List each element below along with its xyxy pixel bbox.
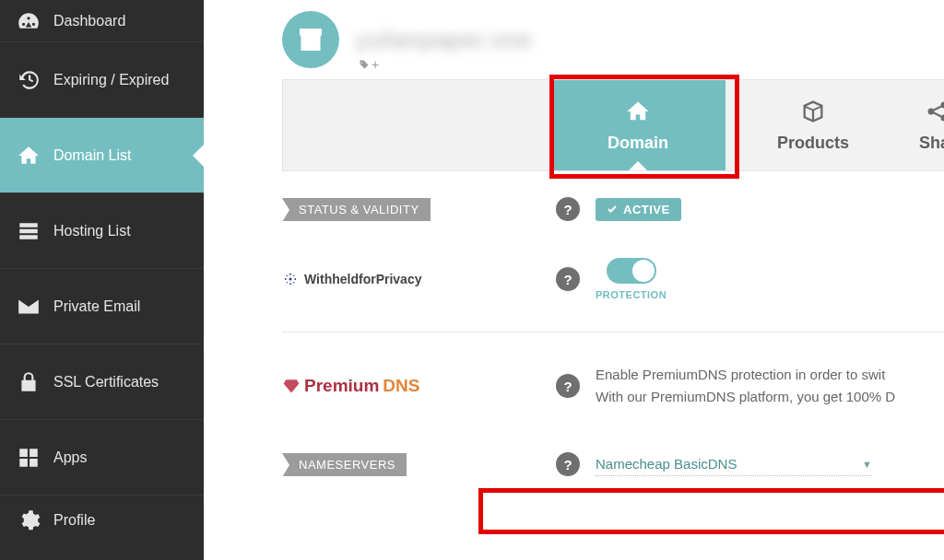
- svg-point-9: [293, 275, 295, 277]
- sidebar-item-label: Profile: [53, 512, 95, 529]
- sidebar-item-label: Private Email: [53, 298, 140, 315]
- box-icon: [800, 99, 826, 124]
- sidebar-item-expiring[interactable]: Expiring / Expired: [0, 42, 204, 118]
- tabs: Domain Products Shar: [282, 79, 944, 171]
- grid-icon: [17, 446, 41, 470]
- premiumdns-brand: PremiumDNS: [282, 376, 419, 396]
- domain-avatar: [282, 11, 339, 68]
- svg-point-11: [293, 282, 295, 284]
- privacy-brand: WithheldforPrivacy: [282, 271, 421, 287]
- svg-point-10: [287, 282, 289, 284]
- tab-label: Shar: [919, 134, 944, 153]
- tag-icon: [359, 59, 370, 70]
- lock-icon: [17, 370, 41, 394]
- sidebar-item-label: Hosting List: [53, 223, 131, 239]
- check-icon: [607, 204, 618, 215]
- main-content: yulianpaper.one + Domain Products Shar S…: [204, 0, 944, 560]
- svg-point-7: [294, 278, 296, 280]
- tab-products[interactable]: Products: [726, 80, 901, 170]
- sparkle-icon: [282, 271, 299, 287]
- envelope-icon: [17, 295, 41, 319]
- svg-point-5: [289, 283, 291, 285]
- gear-icon: [17, 508, 41, 532]
- help-button-nameservers[interactable]: ?: [556, 452, 580, 476]
- nameservers-row: NAMESERVERS ? Namecheap BasicDNS ▼: [282, 426, 944, 495]
- add-tag-button[interactable]: +: [359, 57, 379, 72]
- privacy-row: WithheldforPrivacy ? PROTECTION May 22, …: [282, 239, 944, 319]
- svg-point-8: [287, 275, 289, 277]
- svg-point-3: [289, 278, 292, 281]
- sidebar-item-label: SSL Certificates: [53, 374, 159, 391]
- help-button-premiumdns[interactable]: ?: [556, 374, 580, 398]
- section-label-status: STATUS & VALIDITY: [282, 198, 431, 221]
- annotation-highlight-nameservers: [478, 488, 944, 534]
- sidebar-item-ssl[interactable]: SSL Certificates: [0, 344, 204, 420]
- sidebar: Dashboard Expiring / Expired Domain List…: [0, 0, 204, 560]
- status-row: STATUS & VALIDITY ? ACTIVE May 22, 2024 …: [282, 171, 944, 239]
- toggle-caption: PROTECTION: [596, 289, 667, 300]
- share-icon: [925, 99, 944, 124]
- domain-header: yulianpaper.one: [282, 0, 944, 79]
- sidebar-item-label: Domain List: [53, 147, 131, 164]
- server-icon: [17, 219, 41, 243]
- svg-point-0: [928, 108, 935, 114]
- premiumdns-desc-line1: Enable PremiumDNS protection in order to…: [596, 364, 944, 386]
- svg-point-4: [289, 274, 291, 275]
- sidebar-item-label: Expiring / Expired: [53, 72, 169, 88]
- domain-name-blurred: yulianpaper.one: [356, 26, 532, 54]
- tab-label: Products: [777, 134, 849, 153]
- sidebar-item-apps[interactable]: Apps: [0, 420, 204, 496]
- clock-back-icon: [17, 68, 41, 92]
- diamond-icon: [282, 377, 301, 395]
- plus-icon: +: [372, 57, 379, 72]
- nameservers-dropdown[interactable]: Namecheap BasicDNS ▼: [596, 452, 872, 476]
- gauge-icon: [17, 9, 41, 33]
- tab-sharing[interactable]: Shar: [901, 80, 944, 170]
- storefront-icon: [294, 23, 327, 56]
- house-icon: [17, 144, 41, 168]
- help-button-status[interactable]: ?: [556, 197, 580, 221]
- nameservers-selected: Namecheap BasicDNS: [596, 456, 737, 472]
- help-button-privacy[interactable]: ?: [556, 267, 580, 291]
- sidebar-item-domain-list[interactable]: Domain List: [0, 118, 204, 193]
- sidebar-item-dashboard[interactable]: Dashboard: [0, 0, 204, 42]
- house-icon: [625, 99, 651, 124]
- sidebar-item-label: Apps: [53, 449, 87, 466]
- tab-domain[interactable]: Domain: [550, 80, 726, 170]
- chevron-down-icon: ▼: [862, 459, 872, 470]
- sidebar-item-private-email[interactable]: Private Email: [0, 269, 204, 344]
- premiumdns-row: PremiumDNS ? Enable PremiumDNS protectio…: [282, 332, 944, 426]
- tab-spacer: [283, 80, 550, 170]
- sidebar-item-hosting-list[interactable]: Hosting List: [0, 193, 204, 269]
- sidebar-item-profile[interactable]: Profile: [0, 496, 204, 545]
- sidebar-item-label: Dashboard: [53, 13, 125, 29]
- svg-point-6: [285, 278, 287, 280]
- tab-label: Domain: [608, 134, 668, 153]
- status-badge-active: ACTIVE: [596, 198, 681, 221]
- premiumdns-desc-line2: With our PremiumDNS platform, you get 10…: [596, 386, 944, 408]
- privacy-protection-toggle[interactable]: [607, 258, 656, 284]
- section-label-nameservers: NAMESERVERS: [282, 453, 407, 476]
